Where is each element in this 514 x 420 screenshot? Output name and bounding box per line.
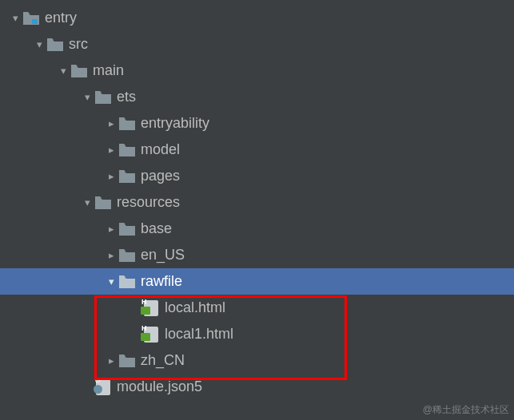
tree-item-zh-cn[interactable]: ▸ zh_CN — [0, 347, 514, 374]
module-folder-icon — [22, 10, 40, 27]
tree-label: main — [93, 57, 124, 84]
tree-item-local-html[interactable]: ▸ local.html — [0, 295, 514, 321]
chevron-right-icon[interactable]: ▸ — [104, 110, 118, 137]
folder-icon — [118, 352, 136, 370]
tree-item-base[interactable]: ▸ base — [0, 216, 514, 242]
folder-icon — [46, 36, 64, 53]
chevron-down-icon[interactable]: ▾ — [80, 84, 94, 110]
tree-label: resources — [117, 189, 180, 216]
project-tree: ▾ entry ▾ src ▾ main ▾ ets ▸ — [0, 0, 514, 400]
tree-label: en_US — [141, 242, 185, 268]
tree-label: module.json5 — [117, 374, 202, 400]
tree-label: model — [141, 137, 180, 163]
tree-item-pages[interactable]: ▸ pages — [0, 163, 514, 189]
chevron-down-icon[interactable]: ▾ — [56, 57, 70, 84]
tree-label: rawfile — [141, 268, 182, 295]
tree-label: local.html — [165, 295, 225, 321]
folder-icon — [118, 273, 136, 291]
tree-label: src — [69, 31, 88, 57]
folder-icon — [94, 89, 112, 106]
tree-item-main[interactable]: ▾ main — [0, 57, 514, 84]
tree-label: local1.html — [165, 321, 233, 347]
folder-icon — [118, 247, 136, 264]
tree-label: ets — [117, 84, 136, 110]
tree-item-src[interactable]: ▾ src — [0, 31, 514, 57]
chevron-right-icon[interactable]: ▸ — [104, 163, 118, 189]
tree-item-ets[interactable]: ▾ ets — [0, 84, 514, 110]
chevron-right-icon[interactable]: ▸ — [104, 137, 118, 163]
tree-item-module-json5[interactable]: ▸ module.json5 — [0, 374, 514, 400]
tree-item-entry[interactable]: ▾ entry — [0, 5, 514, 31]
tree-item-model[interactable]: ▸ model — [0, 137, 514, 163]
folder-icon — [118, 220, 136, 238]
folder-icon — [94, 194, 112, 212]
json5-file-icon — [94, 378, 112, 396]
tree-item-local1-html[interactable]: ▸ local1.html — [0, 321, 514, 347]
tree-label: pages — [141, 163, 180, 189]
tree-item-resources[interactable]: ▾ resources — [0, 189, 514, 216]
watermark-text: @稀土掘金技术社区 — [423, 403, 509, 417]
folder-icon — [118, 168, 136, 185]
tree-item-entryability[interactable]: ▸ entryability — [0, 110, 514, 137]
chevron-right-icon[interactable]: ▸ — [104, 242, 118, 268]
tree-item-rawfile[interactable]: ▾ rawfile — [0, 268, 514, 295]
chevron-right-icon[interactable]: ▸ — [104, 347, 118, 374]
svg-rect-0 — [32, 19, 38, 24]
chevron-right-icon[interactable]: ▸ — [104, 216, 118, 242]
folder-icon — [118, 141, 136, 159]
chevron-down-icon[interactable]: ▾ — [8, 5, 22, 31]
tree-label: base — [141, 216, 172, 242]
chevron-down-icon[interactable]: ▾ — [32, 31, 46, 57]
tree-label: entry — [45, 5, 77, 31]
folder-icon — [118, 115, 136, 133]
html-file-icon — [142, 299, 160, 317]
chevron-down-icon[interactable]: ▾ — [80, 189, 94, 216]
tree-label: zh_CN — [141, 347, 185, 374]
folder-icon — [70, 62, 88, 80]
tree-item-en-us[interactable]: ▸ en_US — [0, 242, 514, 268]
tree-label: entryability — [141, 110, 209, 137]
chevron-down-icon[interactable]: ▾ — [104, 268, 118, 295]
html-file-icon — [142, 326, 160, 343]
